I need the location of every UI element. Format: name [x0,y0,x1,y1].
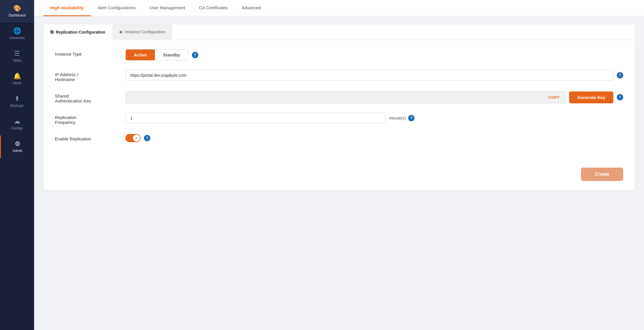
ip-address-label: IP Address /Hostname [55,70,119,82]
sidebar-item-label: Alerts [13,81,22,85]
sidebar-item-label: Configs [11,126,23,130]
alerts-icon: 🔔 [13,73,21,79]
standby-button[interactable]: Standby [155,50,188,60]
toggle-thumb: ✓ [133,135,140,142]
sub-tab-label: Instance Configuration [125,30,165,34]
content-area: ⧉ Replication Configuration ◈ Instance C… [34,16,644,330]
enable-replication-control: ✓ ? [125,134,623,142]
sidebar-item-label: Admin [12,149,22,153]
ip-address-input[interactable] [125,70,613,81]
auth-key-input[interactable] [126,91,543,103]
sidebar-item-alerts[interactable]: 🔔 Alerts [0,68,34,90]
replication-frequency-control: minute(s) ? [125,113,623,124]
footer-actions: Create [43,163,635,190]
backups-icon: ⬆ [14,96,20,102]
tab-high-availability[interactable]: High Availability [43,0,91,16]
replication-frequency-label: ReplicationFrequency [55,113,119,125]
instance-type-row: Instance Type Active Standby ? [55,49,623,60]
sidebar-item-configs[interactable]: ☁ Configs [0,113,34,135]
generate-key-button[interactable]: Generate Key [569,91,613,103]
sidebar-item-label: Tasks [13,58,22,63]
tab-ca-certificates[interactable]: CA Certificates [192,0,235,16]
sidebar-item-backups[interactable]: ⬆ Backups [0,90,34,113]
replication-frequency-row: ReplicationFrequency minute(s) ? [55,113,623,125]
sub-tab-replication-configuration[interactable]: ⧉ Replication Configuration [43,24,112,40]
admin-icon: ⚙ [15,141,21,147]
form-body: Instance Type Active Standby ? IP Addres… [43,40,635,163]
sidebar: 🎨 Dashboard 🌐 Universes ☰ Tasks 🔔 Alerts… [0,0,34,330]
copy-button[interactable]: COPY [543,93,565,102]
sub-tab-instance-configuration[interactable]: ◈ Instance Configuration [112,24,172,40]
instance-type-label: Instance Type [55,49,119,56]
shared-auth-key-control: COPY Generate Key ? [125,91,623,103]
instance-config-icon: ◈ [119,29,123,34]
sidebar-item-tasks[interactable]: ☰ Tasks [0,45,34,68]
active-button[interactable]: Active [126,50,155,60]
toggle-check-icon: ✓ [135,136,138,140]
shared-auth-key-help-icon[interactable]: ? [617,94,623,100]
configs-icon: ☁ [14,118,20,124]
replication-config-icon: ⧉ [50,30,53,35]
instance-type-help-icon[interactable]: ? [192,52,198,58]
ip-address-control: ? [125,70,623,81]
minutes-text: minute(s) [389,116,406,120]
tab-alert-configurations[interactable]: Alert Configurations [91,0,143,16]
main-content: High Availability Alert Configurations U… [34,0,644,330]
shared-auth-key-row: SharedAuthentication Key COPY Generate K… [55,91,623,103]
sidebar-item-label: Backups [10,104,24,108]
minutes-label: minute(s) ? [389,115,414,121]
instance-type-toggle: Active Standby [125,49,188,60]
sidebar-item-dashboard[interactable]: 🎨 Dashboard [0,0,34,23]
enable-replication-label: Enable Replication [55,134,119,141]
instance-type-control: Active Standby ? [125,49,623,60]
enable-replication-help-icon[interactable]: ? [144,135,150,141]
enable-replication-row: Enable Replication ✓ ? [55,134,623,142]
tab-user-management[interactable]: User Management [143,0,192,16]
enable-replication-toggle[interactable]: ✓ [125,134,140,142]
replication-frequency-help-icon[interactable]: ? [408,115,414,121]
top-nav: High Availability Alert Configurations U… [34,0,644,16]
ip-address-help-icon[interactable]: ? [617,72,623,78]
universes-icon: 🌐 [13,28,21,34]
auth-key-field: COPY [125,91,566,103]
dashboard-icon: 🎨 [13,5,21,12]
replication-frequency-input[interactable] [125,113,386,124]
sub-tab-label: Replication Configuration [56,30,105,34]
sub-tabs: ⧉ Replication Configuration ◈ Instance C… [43,24,635,40]
tab-advanced[interactable]: Advanced [235,0,268,16]
sidebar-item-label: Universes [9,36,25,40]
sidebar-item-admin[interactable]: ⚙ Admin [0,135,34,158]
create-button[interactable]: Create [581,168,623,181]
tasks-icon: ☰ [14,50,20,57]
ip-address-row: IP Address /Hostname ? [55,70,623,82]
shared-auth-key-label: SharedAuthentication Key [55,91,119,103]
sidebar-item-universes[interactable]: 🌐 Universes [0,23,34,45]
sidebar-item-label: Dashboard [9,13,26,17]
main-card: ⧉ Replication Configuration ◈ Instance C… [43,24,635,190]
